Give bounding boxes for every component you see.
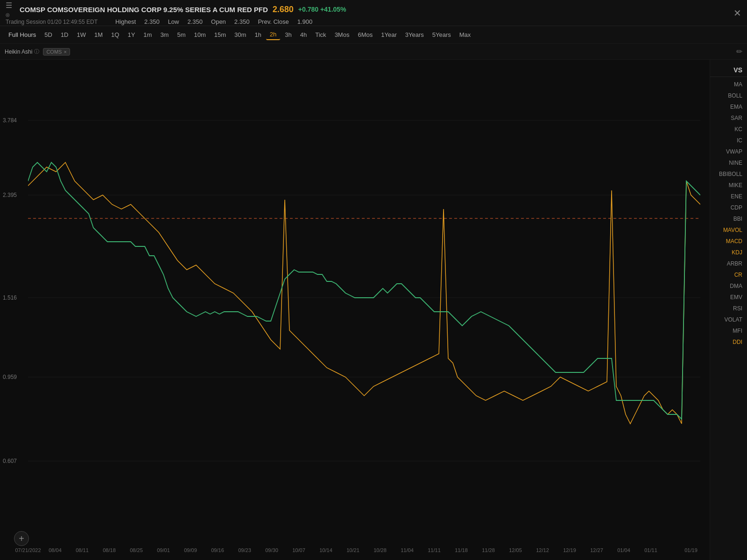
svg-text:09/30: 09/30 (265, 547, 278, 553)
timebar-btn-5m[interactable]: 5m (173, 30, 189, 40)
coms-tag-close[interactable]: × (63, 49, 66, 55)
title-row: ☰◎ COMSP COMSOVEREIGN HOLDING CORP 9.25%… (6, 1, 728, 18)
sidebar-item-emv[interactable]: EMV (710, 292, 747, 303)
timebar-btn-2h[interactable]: 2h (266, 29, 280, 40)
svg-text:08/18: 08/18 (103, 547, 116, 553)
timebar-btn-1year[interactable]: 1Year (377, 30, 401, 40)
timebar-btn-max[interactable]: Max (456, 30, 475, 40)
header-left: ☰◎ COMSP COMSOVEREIGN HOLDING CORP 9.25%… (6, 1, 728, 25)
sidebar-item-mfi[interactable]: MFI (710, 325, 747, 336)
plus-button[interactable]: + (14, 531, 29, 546)
svg-rect-0 (28, 64, 700, 540)
svg-text:11/28: 11/28 (482, 547, 495, 553)
price-main: 2.680 (273, 5, 294, 14)
svg-text:08/25: 08/25 (130, 547, 143, 553)
timebar-btn-30m[interactable]: 30m (231, 30, 250, 40)
low-val: 2.350 (188, 18, 203, 25)
sidebar-item-ene[interactable]: ENE (710, 191, 747, 202)
sidebar-item-ma[interactable]: MA (710, 79, 747, 90)
session-info: Trading Session 01/20 12:49:55 EDT (6, 19, 98, 25)
sidebar-item-ema[interactable]: EMA (710, 101, 747, 112)
vs-label: VS (710, 63, 747, 77)
timebar-btn-3m[interactable]: 3m (156, 30, 172, 40)
sidebar-item-macd[interactable]: MACD (710, 236, 747, 247)
sidebar-item-mike[interactable]: MIKE (710, 180, 747, 191)
svg-text:09/01: 09/01 (157, 547, 170, 553)
low-label: Low (168, 18, 179, 25)
sidebar-item-rsi[interactable]: RSI (710, 303, 747, 314)
timebar-btn-5d[interactable]: 5D (41, 30, 56, 40)
price-stats: Trading Session 01/20 12:49:55 EDT Highe… (6, 18, 728, 25)
svg-text:12/05: 12/05 (509, 547, 522, 553)
timebar-btn-15m[interactable]: 15m (211, 30, 230, 40)
timebar-btn-1y[interactable]: 1Y (124, 30, 139, 40)
sidebar-item-boll[interactable]: BOLL (710, 90, 747, 101)
svg-text:09/16: 09/16 (211, 547, 224, 553)
menu-icon[interactable]: ☰◎ (6, 1, 12, 18)
sidebar-item-sar[interactable]: SAR (710, 112, 747, 124)
svg-text:08/04: 08/04 (49, 547, 62, 553)
sidebar-item-kdj[interactable]: KDJ (710, 247, 747, 258)
timebar-btn-1d[interactable]: 1D (57, 30, 72, 40)
svg-text:0.959: 0.959 (3, 374, 17, 380)
timebar-btn-tick[interactable]: Tick (311, 30, 330, 40)
svg-text:11/04: 11/04 (401, 547, 414, 553)
timebar-btn-10m[interactable]: 10m (190, 30, 210, 40)
timebar-btn-6mos[interactable]: 6Mos (354, 30, 376, 40)
svg-text:10/07: 10/07 (292, 547, 305, 553)
svg-text:01/04: 01/04 (617, 547, 630, 553)
sidebar-item-volat[interactable]: VOLAT (710, 314, 747, 325)
timebar-btn-1q[interactable]: 1Q (107, 30, 123, 40)
sidebar-item-nine[interactable]: NINE (710, 157, 747, 168)
stock-title: COMSP COMSOVEREIGN HOLDING CORP 9.25% SE… (20, 6, 268, 14)
chart-container: 3.784 2.395 1.516 0.959 0.607 07/21/2022… (0, 60, 710, 560)
timebar-btn-3years[interactable]: 3Years (402, 30, 428, 40)
prev-close-label: Prev. Close (258, 18, 289, 25)
svg-text:12/19: 12/19 (563, 547, 576, 553)
timebar-btn-1h[interactable]: 1h (251, 30, 265, 40)
svg-text:08/11: 08/11 (76, 547, 89, 553)
svg-text:11/18: 11/18 (455, 547, 468, 553)
right-sidebar: VS MABOLLEMASARKCICVWAPNINEBBIBOLLMIKEEN… (710, 60, 747, 560)
svg-text:09/23: 09/23 (238, 547, 251, 553)
timebar-btn-1m[interactable]: 1m (140, 30, 155, 40)
timebar-btn-3h[interactable]: 3h (281, 30, 295, 40)
sidebar-item-cr[interactable]: CR (710, 269, 747, 280)
open-label: Open (211, 18, 226, 25)
sidebar-item-bbiboll[interactable]: BBIBOLL (710, 168, 747, 180)
sidebar-item-dma[interactable]: DMA (710, 280, 747, 292)
svg-text:07/21/2022: 07/21/2022 (15, 547, 41, 553)
open-val: 2.350 (234, 18, 250, 25)
timebar-btn-1m[interactable]: 1M (91, 30, 106, 40)
svg-text:10/21: 10/21 (346, 547, 359, 553)
timebar-btn-5years[interactable]: 5Years (429, 30, 455, 40)
sidebar-item-kc[interactable]: KC (710, 124, 747, 135)
prev-close-val: 1.900 (297, 18, 313, 25)
timebar-btn-3mos[interactable]: 3Mos (331, 30, 353, 40)
sidebar-item-bbi[interactable]: BBI (710, 213, 747, 224)
timebar-btn-1w[interactable]: 1W (73, 30, 90, 40)
main-area: 3.784 2.395 1.516 0.959 0.607 07/21/2022… (0, 60, 747, 560)
sidebar-item-mavol[interactable]: MAVOL (710, 224, 747, 236)
svg-text:10/28: 10/28 (374, 547, 387, 553)
sidebar-item-arbr[interactable]: ARBR (710, 258, 747, 269)
sidebar-item-ic[interactable]: IC (710, 135, 747, 146)
info-icon[interactable]: ⓘ (34, 48, 39, 55)
sidebar-item-ddi[interactable]: DDI (710, 336, 747, 348)
edit-icon[interactable]: ✏ (736, 47, 742, 56)
high-val: 2.350 (144, 18, 160, 25)
timebar-btn-4h[interactable]: 4h (296, 30, 310, 40)
svg-text:12/12: 12/12 (536, 547, 549, 553)
high-label: Highest (115, 18, 136, 25)
coms-tag[interactable]: COMS × (43, 48, 70, 56)
svg-text:10/14: 10/14 (319, 547, 332, 553)
timebar-btn-full-hours[interactable]: Full Hours (5, 30, 40, 40)
chart-svg: 3.784 2.395 1.516 0.959 0.607 07/21/2022… (0, 60, 710, 560)
svg-text:12/27: 12/27 (590, 547, 603, 553)
sidebar-item-cdp[interactable]: CDP (710, 202, 747, 213)
svg-text:2.395: 2.395 (3, 192, 17, 198)
header: ☰◎ COMSP COMSOVEREIGN HOLDING CORP 9.25%… (0, 0, 747, 26)
sidebar-item-vwap[interactable]: VWAP (710, 146, 747, 157)
svg-text:3.784: 3.784 (3, 117, 17, 124)
close-button[interactable]: ✕ (733, 7, 741, 19)
